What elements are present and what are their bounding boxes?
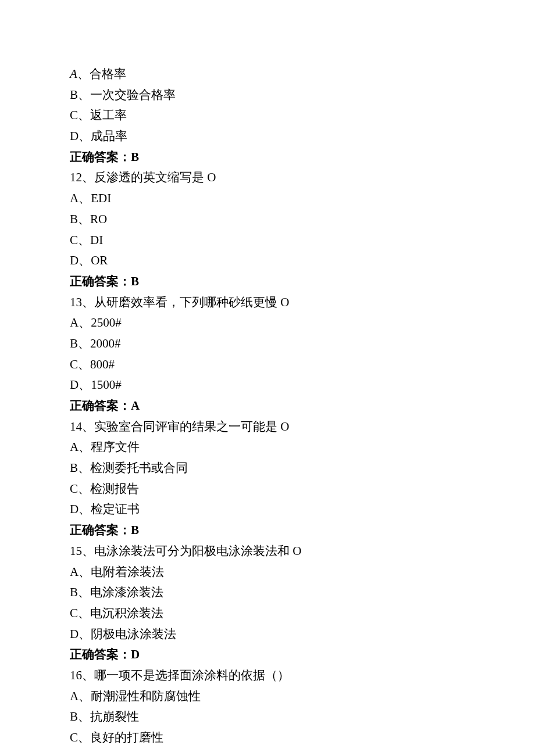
q15-option-a: A、电附着涂装法 <box>70 562 465 583</box>
q13-answer: 正确答案：A <box>70 396 465 417</box>
option-a-text: 、合格率 <box>77 67 126 81</box>
q15-stem: 15、电泳涂装法可分为阳极电泳涂装法和 O <box>70 541 465 562</box>
option-a-letter: A <box>70 67 77 81</box>
document-page: A、合格率 B、一次交验合格率 C、返工率 D、成品率 正确答案：B 12、反渗… <box>0 0 535 756</box>
q12-option-c: C、DI <box>70 230 465 251</box>
q13-stem: 13、从研磨效率看，下列哪种砂纸更慢 O <box>70 292 465 313</box>
q12-option-d: D、OR <box>70 250 465 271</box>
q14-option-a: A、程序文件 <box>70 437 465 458</box>
q14-option-c: C、检测报告 <box>70 479 465 500</box>
q15-answer: 正确答案：D <box>70 644 465 665</box>
q13-option-d: D、1500# <box>70 375 465 396</box>
q13-option-c: C、800# <box>70 354 465 375</box>
q15-option-b: B、电涂漆涂装法 <box>70 582 465 603</box>
q13-option-b: B、2000# <box>70 334 465 354</box>
q11-answer: 正确答案：B <box>70 147 465 168</box>
q12-option-b: B、RO <box>70 209 465 230</box>
q14-option-d: D、检定证书 <box>70 499 465 520</box>
q12-answer: 正确答案：B <box>70 271 465 292</box>
q11-option-b: B、一次交验合格率 <box>70 85 465 106</box>
q15-option-c: C、电沉积涂装法 <box>70 603 465 624</box>
q14-answer: 正确答案：B <box>70 520 465 541</box>
q11-option-c: C、返工率 <box>70 105 465 126</box>
q12-stem: 12、反渗透的英文缩写是 O <box>70 167 465 188</box>
q12-option-a: A、EDI <box>70 188 465 209</box>
q14-option-b: B、检测委托书或合同 <box>70 458 465 479</box>
q14-stem: 14、实验室合同评审的结果之一可能是 O <box>70 417 465 438</box>
q11-option-d: D、成品率 <box>70 126 465 147</box>
q16-option-a: A、耐潮湿性和防腐蚀性 <box>70 686 465 707</box>
q16-option-c: C、良好的打磨性 <box>70 728 465 748</box>
q16-option-b: B、抗崩裂性 <box>70 707 465 728</box>
q15-option-d: D、阴极电泳涂装法 <box>70 624 465 645</box>
q11-option-a: A、合格率 <box>70 64 465 85</box>
q16-stem: 16、哪一项不是选择面涂涂料的依据（） <box>70 665 465 686</box>
q13-option-a: A、2500# <box>70 313 465 334</box>
